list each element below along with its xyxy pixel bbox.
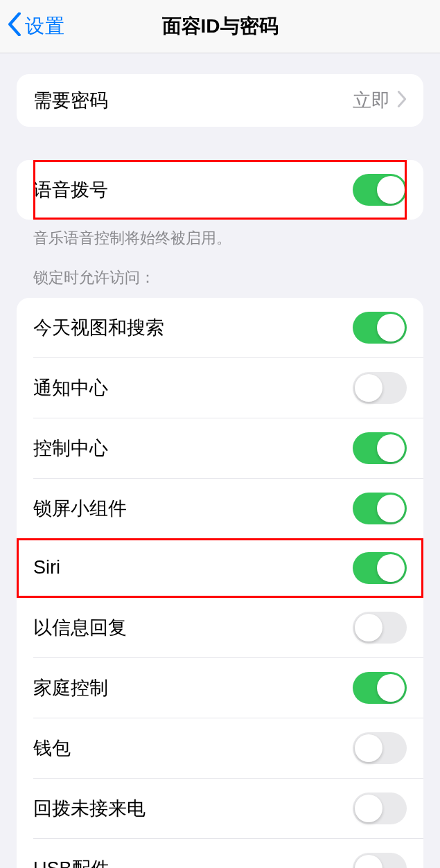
lock-access-item-label: 通知中心 xyxy=(33,375,108,400)
lock-access-item-label: 控制中心 xyxy=(33,436,108,461)
voice-dial-footer: 音乐语音控制将始终被启用。 xyxy=(17,220,423,249)
row-lock-access-item: 回拨未接来电 xyxy=(33,778,423,838)
lock-access-item-label: 锁屏小组件 xyxy=(33,496,127,521)
chevron-left-icon xyxy=(7,12,22,41)
lock-access-item-toggle[interactable] xyxy=(353,672,407,704)
require-passcode-label: 需要密码 xyxy=(33,88,108,113)
highlight-voice-dial: 语音拨号 xyxy=(17,160,423,220)
lock-access-item-label: 钱包 xyxy=(33,736,71,761)
row-lock-access-item: 今天视图和搜索 xyxy=(17,298,423,357)
lock-access-item-toggle[interactable] xyxy=(353,792,407,824)
group-require-passcode: 需要密码 立即 xyxy=(17,74,423,127)
row-lock-access-item: 通知中心 xyxy=(33,357,423,418)
voice-dial-label: 语音拨号 xyxy=(33,177,108,202)
row-lock-access-item: 锁屏小组件 xyxy=(33,478,423,538)
lock-access-item-toggle[interactable] xyxy=(353,432,407,464)
lock-access-item-toggle[interactable] xyxy=(353,853,407,868)
chevron-right-icon xyxy=(397,91,407,110)
voice-dial-toggle[interactable] xyxy=(353,174,407,206)
group-lock-access: 今天视图和搜索通知中心控制中心锁屏小组件Siri以信息回复家庭控制钱包回拨未接来… xyxy=(17,298,423,868)
lock-access-header: 锁定时允许访问： xyxy=(17,249,423,288)
lock-access-item-label: 家庭控制 xyxy=(33,675,108,700)
lock-access-item-toggle[interactable] xyxy=(353,552,407,584)
content: 需要密码 立即 语音拨号 音乐语音控制将始终被启用。 锁定时允许访问： 今天视图… xyxy=(0,74,440,868)
lock-access-item-label: USB配件 xyxy=(33,856,109,868)
navbar: 设置 面容ID与密码 xyxy=(0,0,440,53)
require-passcode-value: 立即 xyxy=(353,88,390,113)
lock-access-item-label: 以信息回复 xyxy=(33,615,127,640)
lock-access-item-toggle[interactable] xyxy=(353,312,407,344)
lock-access-item-toggle[interactable] xyxy=(353,612,407,644)
row-lock-access-item: 家庭控制 xyxy=(33,657,423,718)
lock-access-item-toggle[interactable] xyxy=(353,732,407,764)
lock-access-item-label: 今天视图和搜索 xyxy=(33,315,164,340)
lock-access-item-label: Siri xyxy=(33,557,60,578)
highlight-siri: Siri xyxy=(17,538,423,598)
row-require-passcode[interactable]: 需要密码 立即 xyxy=(17,74,423,127)
row-lock-access-item: 控制中心 xyxy=(33,418,423,478)
lock-access-item-toggle[interactable] xyxy=(353,493,407,524)
row-lock-access-item: USB配件 xyxy=(33,838,423,868)
back-button[interactable]: 设置 xyxy=(0,12,65,41)
back-label: 设置 xyxy=(25,13,65,39)
row-voice-dial: 语音拨号 xyxy=(17,160,423,220)
row-lock-access-item: 以信息回复 xyxy=(17,598,423,657)
row-lock-access-item: Siri xyxy=(17,538,423,598)
lock-access-item-toggle[interactable] xyxy=(353,372,407,404)
page-title: 面容ID与密码 xyxy=(0,13,440,39)
row-lock-access-item: 钱包 xyxy=(33,718,423,778)
group-voice-dial: 语音拨号 xyxy=(17,160,423,220)
lock-access-item-label: 回拨未接来电 xyxy=(33,796,146,821)
